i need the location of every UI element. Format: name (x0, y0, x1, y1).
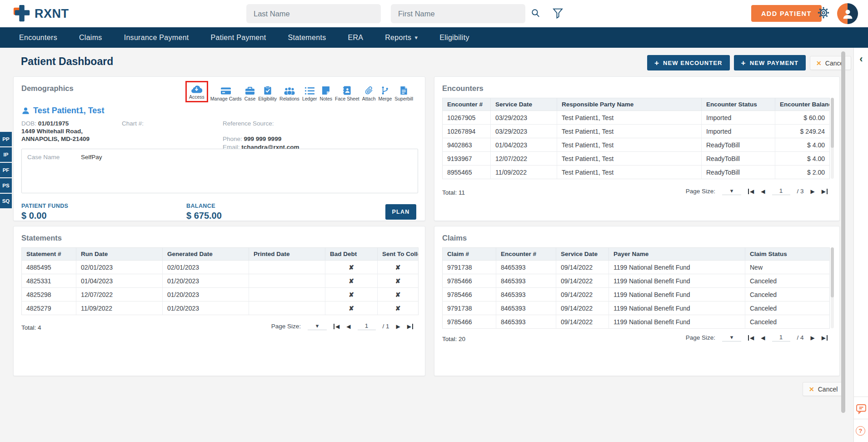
action-superbill[interactable]: Superbill (394, 85, 414, 102)
cell-claim[interactable]: 9791738 (443, 301, 496, 315)
prev-page-button[interactable]: ◀ (761, 189, 765, 194)
page-size-select[interactable]: ▾ (722, 334, 741, 342)
nav-item-reports[interactable]: Reports▾ (374, 27, 429, 48)
cell-statement[interactable]: 4825298 (22, 288, 76, 301)
cell-encounter[interactable]: 8465393 (496, 261, 556, 274)
side-tab-sq[interactable]: SQ (0, 194, 12, 208)
action-face-sheet[interactable]: Face Sheet (334, 85, 360, 102)
action-access[interactable]: Access (189, 84, 205, 100)
column-header[interactable]: Payer Name (609, 248, 745, 261)
side-tab-ip[interactable]: IP (0, 147, 12, 162)
column-header[interactable]: Run Date (76, 248, 163, 261)
last-name-input[interactable] (246, 4, 381, 23)
action-manage-cards[interactable]: Manage Cards (210, 85, 242, 102)
cell-claim[interactable]: 9791738 (443, 261, 496, 274)
column-header[interactable]: Responsible Party Name (557, 98, 702, 111)
column-header[interactable]: Bad Debt (325, 248, 378, 261)
column-header[interactable]: Encounter Status (702, 98, 775, 111)
patient-name-link[interactable]: Test Patient1, Test (21, 106, 104, 116)
cell-service_date[interactable]: 12/07/2022 (491, 152, 557, 166)
action-attach[interactable]: Attach (362, 85, 376, 102)
side-tab-ps[interactable]: PS (0, 178, 12, 193)
nav-item-insurance-payment[interactable]: Insurance Payment (113, 27, 200, 48)
nav-item-era[interactable]: ERA (337, 27, 374, 48)
action-notes[interactable]: Notes (319, 85, 333, 102)
new-encounter-button[interactable]: + NEW ENCOUNTER (647, 55, 730, 70)
cell-statement[interactable]: 4825331 (22, 274, 76, 288)
cell-encounter[interactable]: 8465393 (496, 288, 556, 301)
add-patient-button[interactable]: ADD PATIENT (751, 5, 822, 22)
column-header[interactable]: Service Date (491, 98, 557, 111)
cell-service_date[interactable]: 11/09/2022 (491, 166, 557, 179)
column-header[interactable]: Claim # (443, 248, 496, 261)
filter-icon[interactable] (553, 7, 563, 20)
cell-encounter[interactable]: 9402863 (443, 138, 491, 152)
column-header[interactable]: Encounter Balance (775, 98, 830, 111)
cell-encounter[interactable]: 8955465 (443, 166, 491, 179)
first-page-button[interactable]: ◀ (748, 189, 754, 194)
cell-encounter[interactable]: 8465393 (496, 315, 556, 329)
encounters-table-scrollbar[interactable] (831, 98, 834, 179)
action-relations[interactable]: Relations (279, 86, 300, 102)
next-page-button[interactable]: ▶ (396, 324, 400, 329)
first-name-input[interactable] (391, 4, 525, 23)
user-avatar[interactable] (837, 3, 858, 24)
column-header[interactable]: Service Date (556, 248, 609, 261)
page-number-input[interactable]: 1 (772, 187, 790, 195)
column-header[interactable]: Statement # (22, 248, 76, 261)
side-tab-pf[interactable]: PF (0, 163, 12, 177)
help-icon[interactable]: ? (856, 426, 865, 436)
column-header[interactable]: Printed Date (249, 248, 325, 261)
cell-encounter[interactable]: 8465393 (496, 301, 556, 315)
claims-table-scrollbar[interactable] (831, 247, 834, 328)
last-page-button[interactable]: ▶ (822, 335, 828, 341)
cell-service_date[interactable]: 01/04/2023 (491, 138, 557, 152)
cell-encounter[interactable]: 10267894 (443, 125, 491, 138)
next-page-button[interactable]: ▶ (811, 335, 815, 341)
new-payment-button[interactable]: + NEW PAYMENT (734, 55, 806, 70)
column-header[interactable]: Generated Date (163, 248, 249, 261)
first-page-button[interactable]: ◀ (334, 324, 339, 329)
page-number-input[interactable]: 1 (358, 322, 376, 330)
plan-button[interactable]: PLAN (385, 204, 416, 220)
cell-encounter[interactable]: 10267905 (443, 111, 491, 125)
first-page-button[interactable]: ◀ (748, 335, 754, 341)
cell-claim[interactable]: 9785466 (443, 315, 496, 329)
collapse-panel-chevron-icon[interactable]: ‹ (854, 54, 868, 64)
gear-icon[interactable] (817, 6, 830, 20)
action-ledger[interactable]: Ledger (302, 86, 318, 102)
last-page-button[interactable]: ▶ (822, 189, 828, 194)
page-size-select[interactable]: ▾ (722, 187, 741, 195)
search-icon[interactable] (530, 7, 541, 20)
next-page-button[interactable]: ▶ (811, 189, 815, 194)
case-row[interactable]: Case Name SelfPay (21, 149, 418, 193)
cell-statement[interactable]: 4885495 (22, 261, 76, 274)
nav-item-encounters[interactable]: Encounters (8, 27, 68, 48)
column-header[interactable]: Encounter # (443, 98, 491, 111)
prev-page-button[interactable]: ◀ (761, 335, 765, 341)
action-case[interactable]: Case (244, 85, 256, 102)
column-header[interactable]: Claim Status (745, 248, 830, 261)
nav-item-statements[interactable]: Statements (277, 27, 337, 48)
action-eligibility[interactable]: Eligibility (258, 85, 277, 102)
side-tab-pp[interactable]: PP (0, 132, 12, 146)
nav-item-claims[interactable]: Claims (68, 27, 113, 48)
column-header[interactable]: Encounter # (496, 248, 556, 261)
chat-icon[interactable] (856, 404, 867, 416)
column-header[interactable]: Sent To Collecti... (378, 248, 419, 261)
action-merge[interactable]: Merge (378, 85, 393, 102)
cell-claim[interactable]: 9785466 (443, 274, 496, 288)
cell-service_date[interactable]: 03/29/2023 (491, 125, 557, 138)
prev-page-button[interactable]: ◀ (346, 324, 350, 329)
page-size-select[interactable]: ▾ (308, 322, 327, 330)
cell-claim[interactable]: 9785466 (443, 288, 496, 301)
cell-service_date[interactable]: 03/29/2023 (491, 111, 557, 125)
main-scrollbar[interactable] (841, 51, 845, 413)
nav-item-eligibility[interactable]: Eligibility (429, 27, 480, 48)
cell-statement[interactable]: 4825279 (22, 301, 76, 315)
last-page-button[interactable]: ▶ (407, 324, 413, 329)
nav-item-patient-payment[interactable]: Patient Payment (200, 27, 277, 48)
cell-encounter[interactable]: 9193967 (443, 152, 491, 166)
cell-encounter[interactable]: 8465393 (496, 274, 556, 288)
cancel-button-bottom[interactable]: ✕ Cancel (803, 382, 844, 396)
